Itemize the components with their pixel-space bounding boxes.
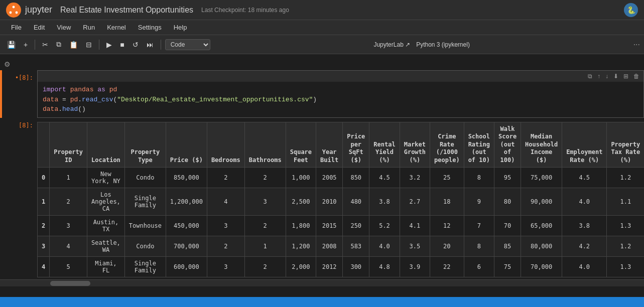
cell-output-prompt: [8]:: [2, 118, 37, 280]
restart-button[interactable]: ↺: [130, 39, 142, 51]
cell-value: 18: [430, 188, 464, 216]
cell-value: 4.2: [562, 236, 607, 257]
cell-type-select[interactable]: Code Markdown Raw: [165, 39, 210, 50]
cell-value: Single Family: [124, 257, 166, 277]
cell-value: 90,000: [521, 188, 562, 216]
cell-value: 3: [244, 188, 286, 216]
code-line-3: data.head(): [43, 104, 638, 114]
menu-file[interactable]: File: [6, 22, 27, 33]
menu-edit[interactable]: Edit: [29, 22, 50, 33]
cell-value: 5.2: [369, 216, 400, 236]
cell-value: 3.2: [400, 168, 430, 188]
cell-value: 4.0: [369, 236, 400, 257]
copy-button[interactable]: ⧉: [53, 38, 64, 51]
cell-value: Seattle, WA: [87, 236, 125, 257]
cell-value: 4.0: [562, 257, 607, 277]
menu-view[interactable]: View: [52, 22, 76, 33]
move-up-button[interactable]: ↑: [595, 72, 602, 81]
row-index: 0: [38, 168, 50, 188]
col-header-walk-score: WalkScore(outof 100): [494, 122, 521, 168]
run-button[interactable]: ▶: [103, 39, 115, 51]
cell-value: 4: [50, 236, 87, 257]
cell-value: 2,000: [286, 257, 316, 277]
cell-value: 700,000: [166, 236, 207, 257]
cell-value: 95: [494, 168, 521, 188]
cell-value: Austin, TX: [87, 216, 125, 236]
table-row: 45Miami, FLSingle Family600,000322,00020…: [38, 257, 645, 277]
menu-kernel[interactable]: Kernel: [102, 22, 131, 33]
paste-button[interactable]: 📋: [66, 39, 81, 51]
cell-value: Townhouse: [124, 216, 166, 236]
move-down-button[interactable]: ↓: [603, 72, 610, 81]
cell-value: 2: [244, 257, 286, 277]
cell-value: 80,000: [521, 236, 562, 257]
cut-button[interactable]: ✂: [39, 39, 51, 51]
cell-value: 2010: [316, 188, 343, 216]
paste-below-button[interactable]: ⊟: [83, 39, 95, 51]
svg-point-1: [10, 11, 12, 14]
code-line-2: data = pd.read_csv("Desktop/Real_estate_…: [43, 95, 638, 105]
cell-value: Condo: [124, 236, 166, 257]
cell-area: ⚙ •[8]: ⧉ ↑ ↓ ⬇ ⊞ 🗑 import pandas as pd …: [0, 54, 644, 297]
cell-value: 2: [207, 236, 244, 257]
cell-value: 850,000: [166, 168, 207, 188]
cell-value: 20: [430, 236, 464, 257]
notebook-title[interactable]: Real Estate Investment Opportunities: [60, 6, 193, 15]
save-button[interactable]: 💾: [4, 39, 19, 51]
cell-value: 2.7: [400, 188, 430, 216]
col-header-price: Price ($): [166, 122, 207, 168]
menu-help[interactable]: Help: [169, 22, 192, 33]
cell-input-content[interactable]: ⧉ ↑ ↓ ⬇ ⊞ 🗑 import pandas as pd data = p…: [37, 70, 644, 118]
menu-run[interactable]: Run: [78, 22, 100, 33]
format-button[interactable]: ⊞: [621, 72, 630, 81]
cell-value: 3: [50, 216, 87, 236]
cell-value: 1,800: [286, 216, 316, 236]
cell-value: 7: [464, 216, 494, 236]
cell-value: 1: [50, 168, 87, 188]
cell-value: 1.1: [607, 188, 644, 216]
cell-input-prompt: •[8]:: [2, 70, 37, 118]
col-header-index: [38, 122, 50, 168]
download-button[interactable]: ⬇: [611, 72, 620, 81]
col-header-property-id: PropertyID: [50, 122, 87, 168]
cell-value: 70,000: [521, 257, 562, 277]
cell-value: 1.3: [607, 216, 644, 236]
cell-value: 5: [50, 257, 87, 277]
cell-value: 1,000: [286, 168, 316, 188]
col-header-sqft: SquareFeet: [286, 122, 316, 168]
col-header-year-built: YearBuilt: [316, 122, 343, 168]
python-logo: 🐍: [624, 3, 638, 17]
settings-icon[interactable]: ⚙: [4, 60, 11, 68]
cell-value: 2: [244, 216, 286, 236]
jupyterlab-link[interactable]: JupyterLab ↗: [373, 41, 410, 48]
cell-value: 9: [464, 188, 494, 216]
col-header-price-sqft: PriceperSqFt($): [343, 122, 369, 168]
cell-value: 4.0: [562, 188, 607, 216]
restart-run-button[interactable]: ⏭: [144, 39, 157, 51]
more-options[interactable]: ···: [633, 40, 640, 49]
cell-value: 1.3: [607, 257, 644, 277]
col-header-property-type: PropertyType: [124, 122, 166, 168]
cell-value: 480: [343, 188, 369, 216]
cell-value: 850: [343, 168, 369, 188]
cell-value: 3.5: [400, 236, 430, 257]
menu-settings[interactable]: Settings: [133, 22, 167, 33]
cell-value: 583: [343, 236, 369, 257]
jupyter-logo: [6, 3, 21, 18]
cell-value: 3.8: [369, 188, 400, 216]
horizontal-scrollbar[interactable]: [0, 279, 644, 286]
cell-value: Single Family: [124, 188, 166, 216]
cell-value: 2008: [316, 236, 343, 257]
cell-value: 2: [244, 168, 286, 188]
col-header-tax-rate: PropertyTax Rate(%): [607, 122, 644, 168]
add-cell-button[interactable]: +: [21, 39, 31, 51]
col-header-crime-rate: CrimeRate(/1000people): [430, 122, 464, 168]
delete-cell-button[interactable]: 🗑: [631, 72, 641, 81]
col-header-bathrooms: Bathrooms: [244, 122, 286, 168]
cell-value: New York, NY: [87, 168, 125, 188]
cell-value: 2012: [316, 257, 343, 277]
copy-cell-button[interactable]: ⧉: [586, 72, 594, 81]
scrollbar-thumb[interactable]: [50, 281, 90, 286]
interrupt-button[interactable]: ■: [117, 39, 127, 51]
code-editor[interactable]: import pandas as pd data = pd.read_csv("…: [38, 82, 643, 117]
